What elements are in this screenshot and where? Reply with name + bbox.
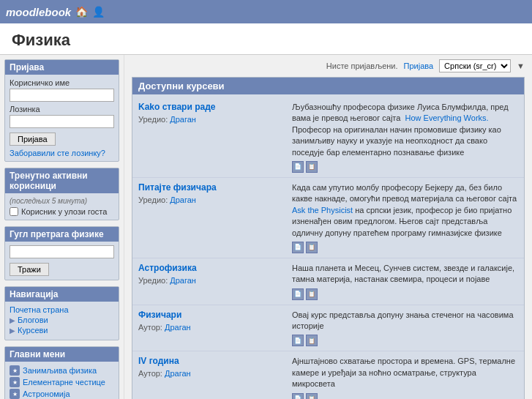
nav-courses-item: ▶ Курсеви [10, 326, 114, 335]
guest-checkbox[interactable] [10, 207, 18, 216]
language-select[interactable]: Српски (sr_cr) English (en) [439, 59, 511, 72]
course-icons-2: 📄 📋 [292, 288, 518, 300]
course-row-0: Kako ствари раде Уредио: Драган Љубазнош… [132, 97, 524, 178]
nav-block-body: Почетна страна ▶ Блогови ▶ Курсеви [5, 302, 119, 340]
menu-link-2[interactable]: Астрономија [23, 389, 70, 398]
course-left-2: Астрофизика Уредио: Драган [138, 263, 292, 300]
course-desc-text-1: Када сам упутио молбу професору Бејкеру … [292, 183, 517, 237]
course-icon-b-1: 📋 [306, 242, 318, 253]
menu-link-0[interactable]: Занимљива физика [23, 366, 97, 375]
course-icon-a-1: 📄 [292, 242, 304, 253]
menu-item-1: ★ Елементарне честице [10, 377, 114, 387]
username-input[interactable] [10, 89, 114, 102]
menu-item-2: ★ Астрономија [10, 389, 114, 399]
main-layout: Пријава Корисничко име Лозинка Пријава З… [0, 55, 532, 399]
search-block: Гугл претрага физике Тражи [4, 226, 119, 280]
course-desc-text-3: Овај курс представља допуну знања стечен… [292, 310, 514, 330]
course-icon-a-3: 📄 [292, 335, 304, 346]
course-icon-a-2: 📄 [292, 288, 304, 300]
course-desc-text-2: Наша планета и Месец, Сунчев систем, зве… [292, 264, 514, 283]
nav-block: Навигација Почетна страна ▶ Блогови ▶ Ку… [4, 286, 119, 340]
search-block-header: Гугл претрага физике [5, 227, 119, 242]
course-row-1: Питајте физичара Уредио: Драган Када сам… [132, 178, 524, 258]
home-icon[interactable]: 🏠 [75, 6, 88, 18]
course-editor-4: Аутор: Драган [138, 369, 191, 378]
course-editor-link-0[interactable]: Драган [170, 115, 196, 124]
sidebar: Пријава Корисничко име Лозинка Пријава З… [0, 55, 124, 399]
username-label: Корисничко име [10, 78, 114, 87]
course-left-4: IV година Аутор: Драган [138, 356, 292, 399]
nav-blogs-link[interactable]: Блогови [18, 316, 48, 324]
course-editor-link-4[interactable]: Драган [165, 369, 191, 378]
course-desc-2: Наша планета и Месец, Сунчев систем, зве… [292, 263, 518, 300]
course-desc-4: Ајнштајново схватање простора и времена.… [292, 356, 518, 399]
courses-block: Доступни курсеви Kako ствари раде Уредио… [132, 77, 525, 399]
active-users-note: (последњих 5 минута) [10, 197, 114, 205]
header: moodlebook 🏠 👤 [0, 0, 532, 23]
nav-block-header: Навигација [5, 287, 119, 302]
course-left-1: Питајте физичара Уредио: Драган [138, 182, 292, 253]
course-title-2[interactable]: Астрофизика [138, 263, 285, 273]
menu-icon-0: ★ [10, 365, 20, 376]
menu-item-0: ★ Занимљива физика [10, 365, 114, 376]
page-title-bar: Физика [0, 23, 532, 55]
course-icons-4: 📄 📋 [292, 393, 518, 399]
login-block-header: Пријава [5, 60, 119, 75]
search-block-body: Тражи [5, 242, 119, 280]
course-left-0: Kako ствари раде Уредио: Драган [138, 102, 292, 173]
course-icons-0: 📄 📋 [292, 161, 518, 173]
course-title-4[interactable]: IV година [138, 356, 285, 366]
course-editor-link-2[interactable]: Драган [170, 276, 196, 285]
search-button[interactable]: Тражи [10, 263, 49, 276]
menu-link-1[interactable]: Елементарне честице [23, 378, 105, 387]
login-topbar-link[interactable]: Пријава [404, 61, 434, 70]
course-editor-link-3[interactable]: Драган [165, 323, 191, 332]
main-menu-header: Главни мени [5, 347, 119, 362]
forgot-password-link[interactable]: Заборавили сте лозинку? [10, 149, 114, 157]
user-icon[interactable]: 👤 [92, 6, 105, 18]
login-block-body: Корисничко име Лозинка Пријава Заборавил… [5, 75, 119, 161]
search-input[interactable] [10, 245, 114, 258]
site-logo[interactable]: moodlebook [6, 6, 71, 18]
password-input[interactable] [10, 115, 114, 128]
courses-block-header: Доступни курсеви [132, 78, 524, 94]
dropdown-icon: ▼ [517, 61, 525, 70]
course-title-3[interactable]: Физичари [138, 310, 285, 320]
course-icon-b-2: 📋 [306, 288, 318, 300]
course-ext-link-0[interactable]: How Everything Works. [405, 113, 489, 122]
course-icons-3: 📄 📋 [292, 335, 518, 346]
main-content: Нисте пријављени. Пријава Српски (sr_cr)… [124, 55, 532, 399]
course-title-1[interactable]: Питајте физичара [138, 182, 285, 193]
course-title-0[interactable]: Kako ствари раде [138, 102, 285, 112]
course-editor-0: Уредио: Драган [138, 115, 196, 124]
nav-blogs-item: ▶ Блогови [10, 316, 114, 324]
course-left-3: Физичари Аутор: Драган [138, 310, 292, 347]
active-users-block: Тренутно активни корисници (последњих 5 … [4, 168, 119, 220]
active-users-body: (последњих 5 минута) Корисник у улози го… [5, 193, 119, 220]
main-menu-block: Главни мени ★ Занимљива физика ★ Елемент… [4, 346, 119, 399]
guest-label: Корисник у улози госта [21, 207, 107, 216]
course-icon-a-0: 📄 [292, 161, 304, 173]
nav-courses-link[interactable]: Курсеви [18, 326, 48, 335]
top-bar: Нисте пријављени. Пријава Српски (sr_cr)… [132, 59, 525, 72]
main-menu-body: ★ Занимљива физика ★ Елементарне честице… [5, 362, 119, 399]
course-row-2: Астрофизика Уредио: Драган Наша планета … [132, 258, 524, 305]
courses-bullet-icon: ▶ [10, 327, 15, 335]
course-editor-2: Уредио: Драган [138, 276, 196, 285]
course-desc-0: Љубазношћу професора физике Луиса Блумфи… [292, 102, 518, 173]
course-editor-link-1[interactable]: Драган [170, 195, 196, 204]
course-desc-text-0: Љубазношћу професора физике Луиса Блумфи… [292, 102, 509, 157]
login-button[interactable]: Пријава [10, 133, 56, 146]
course-desc-text-4: Ајнштајново схватање простора и времена.… [292, 357, 515, 388]
course-ext-link-1[interactable]: Ask the Physicist [292, 206, 353, 215]
active-users-header: Тренутно активни корисници [5, 168, 119, 193]
menu-icon-2: ★ [10, 389, 20, 399]
course-desc-3: Овај курс представља допуну знања стечен… [292, 310, 518, 347]
menu-icon-1: ★ [10, 377, 20, 387]
nav-home-link[interactable]: Почетна страна [10, 305, 114, 314]
course-icon-b-0: 📋 [306, 161, 318, 173]
course-desc-1: Када сам упутио молбу професору Бејкеру … [292, 182, 518, 253]
course-icons-1: 📄 📋 [292, 242, 518, 253]
not-logged-in-text: Нисте пријављени. [326, 61, 398, 70]
courses-block-body: Kako ствари раде Уредио: Драган Љубазнош… [132, 94, 524, 399]
